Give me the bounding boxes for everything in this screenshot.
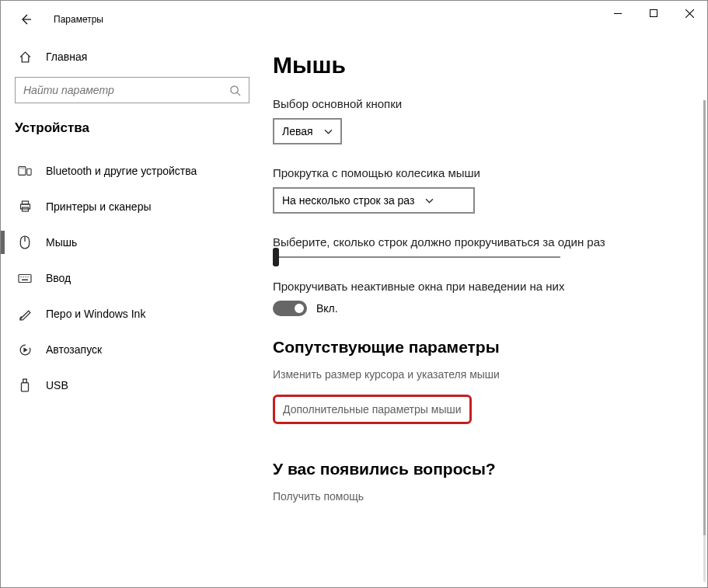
svg-line-4 <box>237 92 240 96</box>
back-button[interactable] <box>13 7 38 32</box>
svg-point-16 <box>20 276 21 277</box>
window-title: Параметры <box>54 14 103 25</box>
sidebar-item-label: Автозапуск <box>46 343 102 356</box>
svg-rect-10 <box>22 201 28 204</box>
sidebar-category: Устройства <box>1 113 265 148</box>
maximize-icon <box>650 9 657 17</box>
sidebar-item-label: Перо и Windows Ink <box>46 308 145 320</box>
sidebar-item-usb[interactable]: USB <box>1 367 265 403</box>
minimize-icon <box>614 13 622 14</box>
svg-rect-24 <box>22 383 29 391</box>
arrow-left-icon <box>19 13 32 26</box>
search-input[interactable] <box>23 84 229 96</box>
printer-icon <box>18 200 32 213</box>
primary-button-setting: Выбор основной кнопки Левая <box>273 97 684 144</box>
sidebar-item-bluetooth[interactable]: Bluetooth и другие устройства <box>1 153 265 189</box>
primary-button-combo[interactable]: Левая <box>273 118 342 144</box>
svg-point-9 <box>23 168 24 169</box>
sidebar-item-label: USB <box>46 379 68 391</box>
svg-point-7 <box>20 168 21 169</box>
svg-rect-15 <box>19 274 31 282</box>
inactive-hover-setting: Прокручивать неактивные окна при наведен… <box>273 280 684 316</box>
settings-window: Параметры Главная <box>0 0 708 588</box>
content-area: Мышь Выбор основной кнопки Левая Прокрут… <box>265 38 707 587</box>
svg-rect-6 <box>27 169 31 175</box>
scroll-mode-label: Прокрутка с помощью колесика мыши <box>273 166 684 179</box>
devices-icon <box>18 165 32 177</box>
slider-track <box>273 256 560 258</box>
home-link[interactable]: Главная <box>1 41 265 72</box>
search-box[interactable] <box>15 77 249 103</box>
chevron-down-icon <box>324 129 333 134</box>
link-additional-mouse[interactable]: Дополнительные параметры мыши <box>273 395 472 424</box>
svg-rect-20 <box>22 279 28 280</box>
window-controls <box>600 1 707 32</box>
sidebar-item-label: Ввод <box>46 272 71 284</box>
toggle-knob <box>295 304 304 313</box>
lines-per-scroll-setting: Выберите, сколько строк должно прокручив… <box>273 235 684 258</box>
svg-marker-22 <box>23 347 27 352</box>
chevron-down-icon <box>425 198 434 204</box>
sidebar-item-printers[interactable]: Принтеры и сканеры <box>1 189 265 224</box>
sidebar-item-label: Мышь <box>46 236 77 249</box>
inactive-hover-label: Прокручивать неактивные окна при наведен… <box>273 280 684 293</box>
svg-rect-5 <box>19 167 26 176</box>
mouse-icon <box>18 235 32 249</box>
inactive-hover-toggle[interactable] <box>273 301 307 316</box>
scrollbar-thumb[interactable] <box>703 100 706 535</box>
svg-point-18 <box>25 276 26 277</box>
maximize-button[interactable] <box>636 1 671 26</box>
vertical-scrollbar[interactable] <box>703 100 706 582</box>
link-cursor-size[interactable]: Изменить размер курсора и указателя мыши <box>273 368 500 381</box>
sidebar-item-typing[interactable]: Ввод <box>1 260 265 296</box>
nav-list: Bluetooth и другие устройства Принтеры и… <box>1 153 265 403</box>
pen-icon <box>18 308 32 321</box>
svg-point-19 <box>27 276 28 277</box>
lines-per-scroll-label: Выберите, сколько строк должно прокручив… <box>273 235 684 249</box>
svg-point-17 <box>23 276 23 277</box>
home-label: Главная <box>46 50 87 63</box>
sidebar: Главная Устройства Bluetooth и другие ус… <box>1 38 265 587</box>
window-body: Главная Устройства Bluetooth и другие ус… <box>1 38 707 587</box>
sidebar-item-pen[interactable]: Перо и Windows Ink <box>1 296 265 332</box>
minimize-button[interactable] <box>600 1 636 26</box>
close-icon <box>685 9 694 18</box>
related-heading: Сопутствующие параметры <box>273 338 684 357</box>
slider-thumb[interactable] <box>273 248 279 266</box>
usb-icon <box>18 378 32 392</box>
lines-slider[interactable] <box>273 256 560 258</box>
toggle-state-label: Вкл. <box>316 302 338 315</box>
scroll-mode-combo[interactable]: На несколько строк за раз <box>273 187 475 214</box>
search-wrap <box>1 72 265 113</box>
close-button[interactable] <box>671 1 707 26</box>
home-icon <box>18 50 32 64</box>
page-title: Мышь <box>273 52 684 78</box>
autoplay-icon <box>18 343 32 357</box>
sidebar-item-autoplay[interactable]: Автозапуск <box>1 332 265 367</box>
sidebar-item-label: Bluetooth и другие устройства <box>46 165 197 177</box>
primary-button-label: Выбор основной кнопки <box>273 97 684 110</box>
primary-button-value: Левая <box>282 125 313 137</box>
scroll-mode-value: На несколько строк за раз <box>282 194 414 207</box>
sidebar-item-mouse[interactable]: Мышь <box>1 224 265 260</box>
svg-point-8 <box>22 168 23 169</box>
link-get-help[interactable]: Получить помощь <box>273 490 364 503</box>
scroll-mode-setting: Прокрутка с помощью колесика мыши На нес… <box>273 166 684 214</box>
keyboard-icon <box>18 273 32 284</box>
sidebar-item-label: Принтеры и сканеры <box>46 200 151 213</box>
help-heading: У вас появились вопросы? <box>273 460 684 478</box>
search-icon <box>229 85 241 96</box>
svg-point-3 <box>231 85 238 92</box>
titlebar: Параметры <box>1 1 707 38</box>
